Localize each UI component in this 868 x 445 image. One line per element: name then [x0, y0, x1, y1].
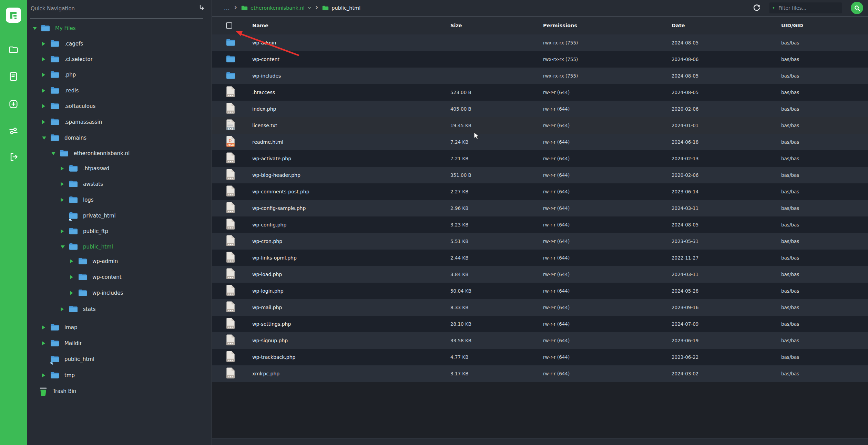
expand-toggle-icon[interactable]: [42, 373, 45, 377]
table-row[interactable]: wp-comments-post.php 2.27 KB rw-r-r (644…: [212, 183, 868, 200]
file-name-cell[interactable]: wp-signup.php: [252, 338, 288, 343]
file-name-cell[interactable]: index.php: [252, 106, 276, 112]
table-row[interactable]: wp-activate.php 7.21 KB rw-r-r (644) 202…: [212, 150, 868, 167]
tree-item-private-html[interactable]: private_html: [61, 210, 116, 222]
tree-item-etheronkennisbank-nl[interactable]: etheronkennisbank.nl: [51, 147, 130, 160]
tree-item--spamassassin[interactable]: .spamassassin: [42, 116, 102, 128]
file-name-cell[interactable]: wp-blog-header.php: [252, 172, 300, 178]
file-name-cell[interactable]: wp-settings.php: [252, 321, 291, 327]
file-name-cell[interactable]: license.txt: [252, 123, 277, 128]
jump-to-folder-icon[interactable]: [198, 4, 205, 12]
table-row[interactable]: wp-trackback.php 4.77 KB rw-r-r (644) 20…: [212, 349, 868, 365]
file-name-cell[interactable]: wp-includes: [252, 73, 281, 79]
tree-item-tmp[interactable]: tmp: [42, 369, 75, 382]
file-name-cell[interactable]: wp-load.php: [252, 272, 282, 277]
table-row[interactable]: wp-signup.php 33.58 KB rw-r-r (644) 2023…: [212, 332, 868, 349]
table-row[interactable]: xmlrpc.php 3.17 KB rw-r-r (644) 2024-03-…: [212, 365, 868, 382]
expand-toggle-icon[interactable]: [61, 198, 64, 202]
file-name-cell[interactable]: wp-cron.php: [252, 239, 282, 244]
column-header-name[interactable]: Name: [252, 23, 268, 28]
file-name-cell[interactable]: wp-config-sample.php: [252, 205, 306, 211]
table-row[interactable]: TXT license.txt 19.45 KB rw-r-r (644) 20…: [212, 117, 868, 134]
expand-toggle-icon[interactable]: [42, 104, 45, 108]
tree-item-awstats[interactable]: awstats: [61, 178, 103, 190]
tree-item-wp-admin[interactable]: wp-admin: [70, 255, 118, 267]
tree-item-maildir[interactable]: Maildir: [42, 337, 82, 350]
expand-toggle-icon[interactable]: [70, 291, 73, 295]
expand-toggle-icon[interactable]: [61, 166, 64, 171]
file-name-cell[interactable]: readme.html: [252, 139, 283, 145]
tree-item-imap[interactable]: imap: [42, 321, 78, 334]
tree-item--php[interactable]: .php: [42, 69, 76, 81]
expand-toggle-icon[interactable]: [42, 57, 45, 61]
expand-toggle-icon[interactable]: [61, 229, 64, 233]
file-name-cell[interactable]: wp-config.php: [252, 222, 286, 227]
breadcrumb-domain[interactable]: etheronkennisbank.nl: [241, 5, 311, 11]
filter-input[interactable]: [778, 5, 839, 11]
create-new-icon[interactable]: [8, 99, 19, 109]
expand-toggle-icon[interactable]: [42, 325, 45, 330]
tree-item-public-ftp[interactable]: public_ftp: [61, 225, 108, 237]
tree-item--softaculous[interactable]: .softaculous: [42, 100, 95, 112]
column-header-uidgid[interactable]: UID/GID: [781, 23, 803, 28]
table-row[interactable]: wp-blog-header.php 351.00 B rw-r-r (644)…: [212, 167, 868, 183]
column-header-permissions[interactable]: Permissions: [543, 23, 577, 28]
tree-item-wp-includes[interactable]: wp-includes: [70, 287, 123, 299]
table-row[interactable]: wp-login.php 50.04 KB rw-r-r (644) 2024-…: [212, 283, 868, 299]
table-row[interactable]: .htaccess 523.00 B rw-r-r (644) 2024-08-…: [212, 84, 868, 101]
options-icon[interactable]: [8, 126, 19, 136]
table-row[interactable]: wp-admin rwx-rx-rx (755) 2024-08-05 bas/…: [212, 34, 868, 51]
file-name-cell[interactable]: .htaccess: [252, 90, 275, 95]
tree-item--redis[interactable]: .redis: [42, 84, 79, 97]
expand-toggle-icon[interactable]: [70, 275, 73, 279]
tree-item-domains[interactable]: domains: [42, 132, 86, 144]
collapse-toggle-icon[interactable]: [51, 152, 55, 155]
expand-toggle-icon[interactable]: [61, 182, 64, 186]
collapse-toggle-icon[interactable]: [61, 245, 65, 249]
tree-item-trash-bin[interactable]: Trash Bin: [39, 385, 76, 397]
file-manager-icon[interactable]: [8, 44, 19, 54]
collapse-toggle-icon[interactable]: [33, 27, 37, 30]
tree-item-stats[interactable]: stats: [61, 303, 96, 315]
tree-item--htpasswd[interactable]: .htpasswd: [61, 162, 109, 175]
expand-toggle-icon[interactable]: [42, 120, 45, 124]
tree-item--cagefs[interactable]: .cagefs: [42, 38, 83, 50]
table-row[interactable]: wp-config.php 3.23 KB rw-r-r (644) 2024-…: [212, 216, 868, 233]
select-all-checkbox[interactable]: [226, 22, 232, 29]
expand-toggle-icon[interactable]: [42, 73, 45, 77]
documents-icon[interactable]: [8, 71, 19, 82]
file-name-cell[interactable]: wp-mail.php: [252, 305, 282, 310]
expand-toggle-icon[interactable]: [42, 89, 45, 93]
table-row[interactable]: wp-cron.php 5.51 KB rw-r-r (644) 2023-05…: [212, 233, 868, 250]
tree-item-public-html[interactable]: public_html: [42, 353, 94, 365]
breadcrumb-current[interactable]: public_html: [322, 5, 360, 11]
table-row[interactable]: wp-content rwx-rx-rx (755) 2024-08-06 ba…: [212, 51, 868, 68]
table-row[interactable]: ⟨⟩ HTML readme.html 7.24 KB rw-r-r (644)…: [212, 134, 868, 150]
table-row[interactable]: wp-settings.php 28.10 KB rw-r-r (644) 20…: [212, 316, 868, 332]
breadcrumb-ellipsis[interactable]: ...: [224, 5, 230, 11]
tree-item--cl-selector[interactable]: .cl.selector: [42, 53, 93, 65]
table-row[interactable]: index.php 405.00 B rw-r-r (644) 2020-02-…: [212, 101, 868, 117]
file-name-cell[interactable]: xmlrpc.php: [252, 371, 279, 376]
logout-icon[interactable]: [8, 152, 19, 162]
column-header-date[interactable]: Date: [672, 23, 685, 28]
tree-item-public-html[interactable]: public_html: [61, 241, 113, 253]
expand-toggle-icon[interactable]: [61, 307, 64, 311]
tree-item-wp-content[interactable]: wp-content: [70, 271, 122, 283]
table-row[interactable]: wp-links-opml.php 2.44 KB rw-r-r (644) 2…: [212, 250, 868, 266]
file-name-cell[interactable]: wp-admin: [252, 40, 276, 45]
tree-item-logs[interactable]: logs: [61, 194, 94, 206]
app-logo[interactable]: [6, 8, 21, 23]
search-button[interactable]: [851, 2, 863, 14]
table-row[interactable]: wp-config-sample.php 2.96 KB rw-r-r (644…: [212, 200, 868, 216]
file-name-cell[interactable]: wp-trackback.php: [252, 354, 295, 360]
file-name-cell[interactable]: wp-links-opml.php: [252, 255, 297, 261]
collapse-toggle-icon[interactable]: [42, 136, 46, 140]
refresh-button[interactable]: [753, 4, 760, 12]
expand-toggle-icon[interactable]: [42, 42, 45, 46]
tree-item-my-files[interactable]: My Files: [33, 22, 76, 34]
table-row[interactable]: wp-load.php 3.84 KB rw-r-r (644) 2024-03…: [212, 266, 868, 283]
file-name-cell[interactable]: wp-content: [252, 57, 279, 62]
table-row[interactable]: wp-includes rwx-rx-rx (755) 2024-08-05 b…: [212, 68, 868, 84]
file-name-cell[interactable]: wp-login.php: [252, 288, 284, 294]
